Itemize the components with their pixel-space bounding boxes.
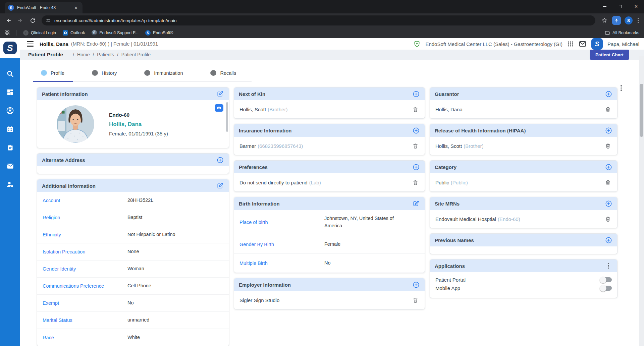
mobile-app-toggle[interactable]	[600, 286, 612, 291]
apps-grid-icon[interactable]	[567, 41, 574, 47]
trash-icon	[412, 106, 419, 113]
voice-extension-button[interactable]	[612, 16, 621, 25]
info-label[interactable]: Account	[43, 198, 127, 203]
delete-next-of-kin-button[interactable]	[411, 105, 419, 113]
nav-dashboard-button[interactable]	[6, 88, 14, 96]
application-row: Mobile App	[430, 284, 617, 292]
delete-insurance-button[interactable]	[411, 142, 419, 150]
info-label[interactable]: Ethnicity	[43, 232, 127, 237]
back-button[interactable]	[3, 15, 14, 26]
bookmark-star-button[interactable]	[599, 15, 610, 26]
info-label[interactable]: Religion	[43, 215, 127, 220]
nav-calendar-button[interactable]	[6, 125, 14, 133]
add-insurance-button[interactable]	[412, 126, 420, 134]
reload-button[interactable]	[27, 15, 38, 26]
delete-hipaa-button[interactable]	[604, 142, 612, 150]
info-label[interactable]: Isolation Precaution	[43, 249, 127, 254]
info-label[interactable]: Marital Status	[43, 318, 127, 323]
bookmark-qlinical[interactable]: Qlinical Login	[23, 30, 56, 36]
window-restore-button[interactable]	[612, 0, 628, 13]
info-value: Woman	[127, 265, 144, 273]
patient-photo[interactable]	[57, 105, 94, 143]
delete-site-mrn-button[interactable]	[604, 215, 612, 223]
right-column-menu-button[interactable]	[618, 84, 625, 92]
info-label[interactable]: Multiple Birth	[239, 261, 324, 266]
delete-guarantor-button[interactable]	[604, 105, 612, 113]
tab-history[interactable]: History	[88, 64, 121, 81]
bookmark-endosoft-support[interactable]: S Endosoft Support F...	[92, 30, 139, 36]
mail-icon[interactable]	[579, 40, 587, 48]
page-scrollbar[interactable]	[639, 56, 644, 346]
nav-user-admin-button[interactable]	[6, 180, 14, 188]
bookmark-outlook[interactable]: Outlook	[63, 30, 85, 36]
applications-menu-button[interactable]	[604, 262, 612, 270]
nav-patients-button[interactable]	[6, 107, 14, 115]
add-hipaa-button[interactable]	[604, 126, 612, 134]
tab-recalls[interactable]: Recalls	[206, 64, 240, 81]
breadcrumb-bar: Patient Profile / Home / Patients / Pati…	[20, 50, 644, 60]
add-preference-button[interactable]	[412, 163, 420, 171]
info-label[interactable]: Gender Identity	[43, 266, 127, 272]
site-settings-icon[interactable]	[46, 18, 51, 23]
organization-name[interactable]: EndoSoft Medical Center LLC (Sales) - Ga…	[425, 41, 562, 47]
window-close-button[interactable]: ✕	[628, 0, 644, 13]
nav-schedule-button[interactable]	[6, 143, 14, 152]
add-guarantor-button[interactable]	[604, 90, 612, 98]
edit-birth-info-button[interactable]	[412, 199, 420, 208]
menu-button[interactable]	[25, 40, 35, 48]
patient-portal-toggle[interactable]	[600, 277, 612, 282]
info-row: ExemptNo	[37, 295, 229, 312]
info-label[interactable]: Place of birth	[239, 220, 324, 225]
browser-menu-button[interactable]	[635, 17, 641, 24]
patient-name-link[interactable]: Hollis, Dana	[109, 121, 168, 128]
site-mrn-entry: Endovault Medical Hosptial(Endo-60)	[430, 210, 617, 228]
all-bookmarks-button[interactable]: All Bookmarks	[605, 30, 639, 36]
url-text[interactable]: ev.endosoft.com/#/administration/templat…	[54, 18, 593, 23]
delete-preference-button[interactable]	[411, 178, 419, 186]
bookmark-endosoft[interactable]: S EndoSoft®	[145, 30, 173, 36]
add-employer-button[interactable]	[412, 281, 420, 289]
info-label[interactable]: Communications Preference	[43, 283, 127, 289]
endosoft-logo-box[interactable]: S	[0, 38, 20, 58]
card-scrollbar[interactable]	[226, 102, 228, 132]
forward-button[interactable]	[15, 15, 26, 26]
add-site-mrn-button[interactable]	[604, 199, 612, 208]
nav-search-button[interactable]	[6, 70, 14, 78]
alternate-address-empty	[37, 166, 229, 174]
add-previous-name-button[interactable]	[604, 236, 612, 244]
page-title: Patient Profile	[28, 52, 63, 58]
info-value: None	[127, 248, 139, 255]
user-avatar[interactable]: S	[591, 38, 603, 50]
delete-category-button[interactable]	[604, 178, 612, 186]
page-scrollbar-thumb[interactable]	[640, 84, 643, 137]
address-bar[interactable]: ev.endosoft.com/#/administration/templat…	[42, 15, 595, 25]
tab-close-icon[interactable]: ✕	[73, 5, 79, 11]
info-label[interactable]: Race	[43, 335, 127, 340]
breadcrumb-home[interactable]: Home	[77, 52, 90, 57]
user-name[interactable]: Papa, Michael	[607, 41, 639, 47]
add-alternate-address-button[interactable]	[216, 156, 224, 164]
add-next-of-kin-button[interactable]	[412, 90, 420, 98]
edit-icon	[217, 182, 223, 189]
edit-patient-info-button[interactable]	[216, 90, 224, 98]
add-category-button[interactable]	[604, 163, 612, 171]
window-minimize-button[interactable]	[597, 0, 612, 13]
change-photo-button[interactable]	[215, 104, 223, 112]
patient-profile-content: Profile History Immunization Recalls	[20, 60, 644, 346]
browser-tab[interactable]: S EndoVault - Endo-43 ✕	[5, 2, 83, 13]
patient-chart-button[interactable]: Patient Chart	[590, 50, 629, 60]
info-label[interactable]: Gender By Birth	[239, 242, 324, 247]
tab-label: Immunization	[154, 70, 183, 76]
tab-profile[interactable]: Profile	[37, 64, 68, 81]
apps-shortcut-icon[interactable]	[5, 31, 9, 35]
edit-additional-info-button[interactable]	[216, 182, 224, 190]
breadcrumb-patient-profile[interactable]: Patient Profile	[121, 52, 151, 57]
info-row: Communications PreferenceCell Phone	[37, 278, 229, 295]
info-value: Female	[324, 241, 340, 248]
breadcrumb-patients[interactable]: Patients	[97, 52, 114, 57]
endosoft-extension-button[interactable]: S	[624, 16, 633, 25]
tab-immunization[interactable]: Immunization	[140, 64, 187, 81]
nav-messages-button[interactable]	[6, 162, 14, 170]
delete-employer-button[interactable]	[411, 296, 419, 304]
info-label[interactable]: Exempt	[43, 300, 127, 306]
